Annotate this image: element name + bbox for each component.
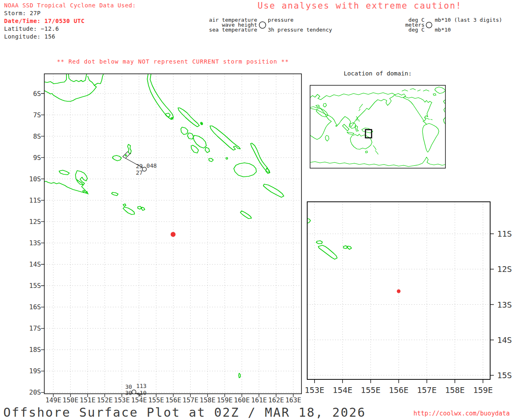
coast-java [347,132,354,135]
main-y-tick-label: 20S [29,388,41,396]
page-title: Offshore Surface Plot at 02Z / MAR 18, 2… [3,405,366,420]
legend-sea-label: sea temperature [189,27,257,33]
coast-malaita [251,143,270,173]
zoom-grid-horizontal [307,234,490,375]
main-y-tick-label: 15S [29,282,41,290]
coast-madagascar [325,135,329,141]
coast-choiseul [178,108,199,127]
main-x-tick-label: 154E [131,396,147,404]
coast-caspian [316,103,326,107]
zoom-ticks-bottom [315,379,483,383]
zoom-y-tick-label: 12S [497,264,512,274]
zoom-coastlines [307,219,352,259]
main-x-tick-label: 161E [251,396,267,404]
main-map: 149E 150E 151E 152E 153E 154E 155E 156E … [29,74,301,404]
main-x-tick-label: 155E [148,396,164,404]
coast-tasmania [365,151,368,153]
main-x-tick-label: 151E [80,396,96,404]
coast-misima [112,192,118,196]
coast-makira [263,184,284,197]
main-grid-horizontal [44,94,301,393]
zoom-x-tick-label: 159E [473,385,493,395]
storm-info-block: NOAA SSD Tropical Cyclone Data Used: Sto… [4,2,136,41]
info-datetime: Date/Time: 17/0530 UTC [4,17,136,25]
world-coastlines [310,87,445,167]
main-x-tick-label: 162E [268,396,284,404]
zoom-y-tick-label: 13S [497,300,512,310]
station1-air-temp: 29 [136,163,143,169]
coast-rossel [138,206,145,210]
caution-banner: Use analyses with extreme caution! [255,1,464,11]
main-x-tick-label: 163E [285,396,301,404]
coast-small-island [316,241,322,244]
coast-australia [350,134,372,149]
zoom-x-axis-labels: 153E 154E 155E 156E 157E 158E 159E [305,385,493,395]
main-y-tick-label: 19S [29,367,41,375]
main-y-tick-label: 18S [29,346,41,354]
coast-japan [359,104,363,111]
main-y-tick-label: 12S [29,218,41,226]
main-x-tick-label: 152E [97,396,113,404]
coast-guadalcanal [234,163,256,177]
main-x-tick-label: 159E [217,396,233,404]
info-longitude: Longitude: 156 [4,33,136,41]
main-y-tick-label: 11S [29,196,41,204]
coast-rossel-zoom [343,246,352,249]
main-y-tick-label: 16S [29,303,41,311]
legend-sea-units: deg C [390,27,425,33]
zoom-y-tick-label: 14S [497,335,512,345]
main-coastlines [43,74,284,378]
coast-new-zealand [373,146,378,154]
storm-dot-zoom [397,290,401,293]
zoom-map: 153E 154E 155E 156E 157E 158E 159E 11S 1… [305,202,512,395]
coast-tagula-zoom [318,245,337,259]
coast-new-georgia-group [181,127,210,153]
legend-station-circle-icon [259,22,266,28]
station2-air-temp: 30 [125,383,132,390]
main-ticks-left [41,94,44,393]
main-x-axis-labels: 149E 150E 151E 152E 153E 154E 155E 156E … [46,396,301,404]
station-plot-2: 30 30 113 −10 [125,383,146,397]
legend-tendency-units: mb*10 [435,27,451,33]
station1-pressure: 048 [146,162,157,169]
zoom-x-tick-label: 158E [445,385,465,395]
coast-sumatra [342,124,349,131]
coast-santa-isabel [210,126,240,150]
zoom-ticks-right [490,234,494,375]
coast-russell [209,158,213,162]
coast-south-speck [239,373,240,378]
zoom-x-tick-label: 156E [389,385,409,395]
station2-pressure: 113 [136,383,146,389]
main-x-tick-label: 157E [183,396,199,404]
coast-antarctica [310,157,445,167]
coast-new-guinea-tip [43,180,88,194]
main-y-tick-label: 13S [29,239,41,247]
main-x-tick-label: 158E [200,396,216,404]
legend-station-circle-icon [426,22,432,28]
main-x-tick-label: 153E [114,396,130,404]
zoom-y-axis-labels: 11S 12S 13S 14S 15S [497,229,512,380]
zoom-x-tick-label: 157E [417,385,437,395]
legend-tendency-label: 3h pressure tendency [268,27,332,33]
coast-woodlark [112,155,121,161]
coast-bougainville [147,74,173,119]
storm-position-warning: ** Red dot below may NOT represent CURRE… [44,58,301,65]
coast-kiriwina [128,144,131,154]
main-y-tick-label: 6S [33,90,41,98]
coast-arctic-islands [402,89,429,91]
info-title: NOAA SSD Tropical Cyclone Data Used: [4,2,136,9]
coast-tagula [123,204,135,215]
coast-greenland [435,87,445,94]
zoom-x-tick-label: 153E [305,385,324,395]
legend-pressure-units: mb*10 (last 3 digits) [435,17,502,23]
main-y-tick-label: 17S [29,324,41,332]
coast-islet-3 [226,158,228,159]
coast-islet-4 [125,155,126,156]
main-y-axis-labels: 6S 7S 8S 9S 10S 11S 12S 13S 14S 15S 16S … [29,90,41,397]
zoom-y-tick-label: 15S [497,370,512,380]
main-x-tick-label: 150E [63,396,79,404]
main-y-tick-label: 7S [33,111,41,119]
station-plot-1: 29 27 048 [123,151,157,176]
station2-tendency: −10 [136,390,146,396]
station-circle-icon [142,167,146,171]
